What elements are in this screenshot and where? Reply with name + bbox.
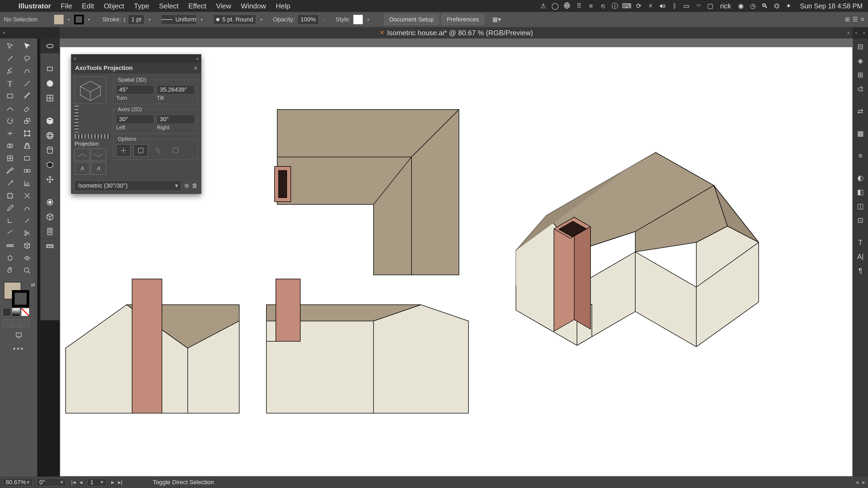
- eraser-tool-icon[interactable]: [19, 102, 36, 115]
- zoom-tool-icon[interactable]: [19, 265, 36, 276]
- plugin-tool-target-icon[interactable]: [40, 195, 59, 209]
- panel-type-icon[interactable]: T: [855, 237, 866, 248]
- panel-pathfinder-icon[interactable]: ⊡: [855, 215, 866, 226]
- cube-tool-icon[interactable]: [19, 240, 36, 252]
- magic-wand-tool-icon[interactable]: [2, 53, 19, 65]
- menu-object[interactable]: Object: [99, 2, 129, 10]
- opacity-dropdown-icon[interactable]: ›: [321, 14, 326, 24]
- plugin-tool-1-icon[interactable]: [40, 39, 59, 54]
- mesh-tool-icon[interactable]: [2, 152, 19, 164]
- curvature-tool-icon[interactable]: [19, 65, 36, 77]
- arrange-grid-icon[interactable]: ⊞: [845, 16, 850, 23]
- projection-left-icon[interactable]: [74, 149, 90, 161]
- status-volume-icon[interactable]: 🔊︎: [657, 2, 669, 10]
- smooth-tool-icon[interactable]: [19, 202, 36, 214]
- eyedropper-tool-icon[interactable]: [2, 165, 19, 177]
- stroke-dropdown-icon[interactable]: ▾: [87, 14, 91, 24]
- panel-close-icon[interactable]: ×: [73, 56, 76, 62]
- document-close-icon[interactable]: ×: [847, 30, 850, 36]
- status-scroll-left-icon[interactable]: ◂: [856, 479, 859, 486]
- right-axis-field[interactable]: 30°: [157, 115, 195, 124]
- brush-definition[interactable]: 5 pt. Round: [213, 14, 256, 24]
- style-swatch[interactable]: [353, 14, 363, 24]
- artboard-last-icon[interactable]: ▸|: [117, 479, 124, 486]
- panel-appearance-icon[interactable]: ◐: [855, 172, 866, 183]
- measure-tool-icon[interactable]: [2, 240, 19, 252]
- symbol-sprayer-tool-icon[interactable]: [2, 177, 19, 189]
- status-clock-icon[interactable]: ◷: [747, 2, 759, 10]
- arrange-list-icon[interactable]: ☰: [852, 16, 858, 23]
- gradient-tool-icon[interactable]: [19, 152, 36, 164]
- option-cube-icon[interactable]: [168, 144, 183, 157]
- tab-prev-icon[interactable]: «: [855, 30, 858, 35]
- pencil-tool-icon[interactable]: [2, 202, 19, 214]
- plugin-tool-doc-icon[interactable]: [40, 224, 59, 239]
- stroke-profile-dropdown-icon[interactable]: ▾: [199, 14, 204, 24]
- perspective-tool-icon[interactable]: [19, 140, 36, 152]
- knife-tool-icon[interactable]: [2, 227, 19, 239]
- paintbrush-tool-icon[interactable]: [19, 90, 36, 102]
- projection-a-left-icon[interactable]: A: [74, 162, 90, 174]
- blend-tool-icon[interactable]: [19, 165, 36, 177]
- plugin-tool-cylinder-icon[interactable]: [40, 143, 59, 158]
- menubar-clock[interactable]: Sun Sep 18 4:58 PM: [795, 2, 868, 10]
- plugin-tool-wire-icon[interactable]: [40, 209, 59, 224]
- shape-builder-tool-icon[interactable]: [2, 140, 19, 152]
- rotate-tool-icon[interactable]: [2, 115, 19, 127]
- panel-properties-icon[interactable]: ⊟: [855, 41, 866, 52]
- opacity-field[interactable]: 100%: [298, 14, 319, 24]
- status-bolt-icon[interactable]: ⚡︎: [645, 2, 657, 10]
- panel-layers-icon[interactable]: ◈: [855, 55, 866, 66]
- panel-transparency-icon[interactable]: ◫: [855, 201, 866, 212]
- status-search-icon[interactable]: 🔍︎: [759, 2, 771, 10]
- path-eraser-tool-icon[interactable]: [19, 215, 36, 227]
- status-controlcenter-icon[interactable]: ⏣: [771, 2, 782, 10]
- plugin-tool-box-icon[interactable]: [40, 158, 59, 172]
- option-bounds-icon[interactable]: [133, 144, 148, 157]
- screen-mode-icon[interactable]: [0, 329, 37, 341]
- option-snap-icon[interactable]: [116, 144, 131, 157]
- menu-view[interactable]: View: [211, 2, 236, 10]
- plugin-tool-grid-icon[interactable]: [40, 91, 59, 105]
- join-tool-icon[interactable]: [2, 215, 19, 227]
- status-keyboard-icon[interactable]: ⌨︎: [621, 2, 633, 10]
- menu-edit[interactable]: Edit: [77, 2, 99, 10]
- projection-a-right-icon[interactable]: A: [91, 162, 106, 174]
- panel-swap-icon[interactable]: ⇄: [855, 106, 866, 117]
- artboard-next-icon[interactable]: ▸: [110, 479, 115, 486]
- status-shield-icon[interactable]: ◯: [549, 2, 561, 10]
- status-username[interactable]: rick: [716, 2, 735, 10]
- swap-fill-stroke-icon[interactable]: ⇄: [31, 282, 35, 288]
- rotation-field[interactable]: 0°▾: [36, 478, 66, 486]
- status-display-icon[interactable]: ▢: [705, 2, 716, 10]
- status-info-icon[interactable]: ⓘ: [609, 2, 621, 10]
- color-mode-solid[interactable]: [3, 308, 11, 316]
- status-wifi-icon[interactable]: ⌔: [692, 2, 705, 10]
- panel-paragraph-icon[interactable]: ¶: [855, 265, 866, 276]
- status-siri-icon[interactable]: ◉: [735, 2, 747, 10]
- panel-libraries-icon[interactable]: ⊞: [855, 69, 866, 80]
- rectangle-tool-icon[interactable]: [2, 90, 19, 102]
- menu-type[interactable]: Type: [129, 2, 154, 10]
- stroke-indicator[interactable]: [12, 290, 29, 307]
- status-dropbox-icon[interactable]: ⠿: [573, 2, 585, 10]
- panel-graphic-styles-icon[interactable]: ◧: [855, 187, 866, 197]
- extrude-tool-icon[interactable]: [2, 252, 19, 264]
- tab-next-icon[interactable]: »: [863, 30, 865, 35]
- edit-toolbar-icon[interactable]: •••: [0, 341, 37, 356]
- tab-close-icon[interactable]: ×: [0, 27, 8, 38]
- menu-file[interactable]: File: [56, 2, 77, 10]
- preset-save-icon[interactable]: ⊕: [184, 182, 189, 189]
- stroke-swatch[interactable]: [74, 14, 84, 24]
- axotools-panel[interactable]: × « AxoTools Projection ≡ Projection: [71, 54, 201, 194]
- panel-character-icon[interactable]: A|: [855, 251, 866, 262]
- zoom-field[interactable]: 80.67%▾: [3, 478, 33, 486]
- style-dropdown-icon[interactable]: ▾: [366, 14, 371, 24]
- align-flyout-icon[interactable]: ▦▾: [492, 16, 501, 23]
- stroke-weight-dropdown-icon[interactable]: ▾: [147, 14, 152, 24]
- artboard-tool-icon[interactable]: [2, 190, 19, 202]
- status-lines-icon[interactable]: ≡: [585, 2, 597, 10]
- revolve-tool-icon[interactable]: [19, 252, 36, 264]
- fill-dropdown-icon[interactable]: ▾: [66, 14, 71, 24]
- artboard-first-icon[interactable]: |◂: [70, 479, 77, 486]
